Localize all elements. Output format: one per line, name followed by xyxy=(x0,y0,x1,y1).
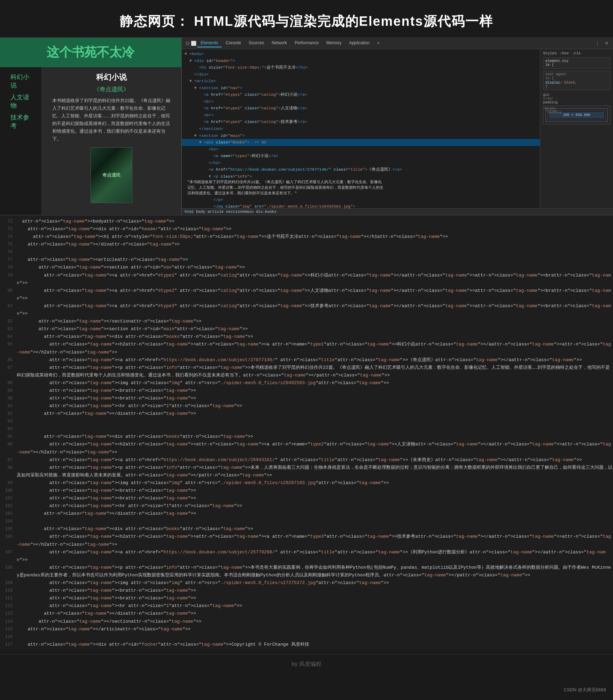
line-number: 102 xyxy=(0,502,17,510)
line-number: 87 xyxy=(0,364,17,371)
line-number: 78 xyxy=(0,264,17,271)
line-number: 84 xyxy=(0,333,17,340)
code-line: 95 attr-n">class="tag-name"><div attr-n"… xyxy=(0,433,613,441)
code-content: attr-n">class="tag-name"><div attr-n">id… xyxy=(17,225,613,233)
line-number: 99 xyxy=(0,479,17,487)
website-header: 这个书苑不太冷 xyxy=(0,38,181,67)
code-content: attr-n">class="tag-name"><h1 attr-n">sty… xyxy=(17,233,613,241)
code-content: attr-n">class="tag-name"><h2attr-n">clas… xyxy=(17,533,613,548)
devtools-breadcrumb: html body article section#main div.books xyxy=(182,208,613,215)
code-content: attr-n">class="tag-name"><div attr-n">cl… xyxy=(17,333,613,341)
code-line: 77 attr-n">class="tag-name"><articleattr… xyxy=(0,256,613,264)
line-number: 93 xyxy=(0,418,17,425)
code-line: 115 attr-n">class="tag-name"></articleat… xyxy=(0,625,613,633)
tree-nav-link3: <a href="#type3" class="catlog">技术参考</a> xyxy=(182,118,540,125)
devtools-cursor-icon[interactable]: ⊡ xyxy=(185,40,190,46)
code-line: 117 attr-n">class="tag-name"><div attr-n… xyxy=(0,641,613,648)
tree-title-link: <a href="https://book.douban.com/subject… xyxy=(182,166,540,173)
box-model-area: ginorder -padding margin border padding … xyxy=(543,93,610,124)
element-style-block: element.style { xyxy=(543,57,610,69)
tab-application[interactable]: Application xyxy=(346,39,373,47)
hov-button[interactable]: :hov xyxy=(560,51,569,55)
website-content: 科幻小说 《奇点遗民》 本书精选收录了刘宇昆的科幻佳作共22篇。《奇点遗民》融入… xyxy=(42,67,181,215)
styles-tab[interactable]: Styles xyxy=(543,51,557,55)
devtools-mobile-icon[interactable]: ⬜ xyxy=(191,40,196,46)
code-content: attr-n">class="tag-name"><brattr-n">clas… xyxy=(17,387,613,395)
code-line: 116 xyxy=(0,633,613,641)
code-line: 72 attr-n">class="tag-name"><bodyattr-n"… xyxy=(0,218,613,225)
code-line: 98 attr-n">class="tag-name"><p attr-n">c… xyxy=(0,464,613,479)
code-content: attr-n">class="tag-name"><img attr-n">cl… xyxy=(17,379,613,387)
code-content: attr-n">class="tag-name"><hr attr-n">siz… xyxy=(17,402,613,410)
tree-p-info-text: "本书精选收录了刘宇昆的科幻佳作共22篇。《奇点遗民》融入了科幻艺术吸引人的几大… xyxy=(182,180,384,196)
website-header-title: 这个书苑不太冷 xyxy=(10,44,171,61)
devtools-elements-panel[interactable]: ▼ <body> ▼ <div id="header"> <h1 style="… xyxy=(182,49,540,208)
tree-h2-close: </h2> xyxy=(182,160,540,166)
tree-section-main: ▼ <section id="main"> xyxy=(182,132,540,139)
code-content: attr-n">class="tag-name"><a attr-n">href… xyxy=(17,549,613,564)
tree-h1: <h1 style="font-size:50px;">这个书苑不太冷</h1> xyxy=(182,64,540,71)
cls-button[interactable]: .cls xyxy=(572,51,581,55)
code-line: 76 xyxy=(0,248,613,256)
line-number: 101 xyxy=(0,495,17,502)
tree-article: ▼ <article> xyxy=(182,78,540,85)
code-content: attr-n">class="tag-name"><articleattr-n"… xyxy=(17,256,613,264)
line-number: 77 xyxy=(0,256,17,263)
code-line: 92 attr-n">class="tag-name"></divattr-n"… xyxy=(0,410,613,418)
tab-memory[interactable]: Memory xyxy=(323,39,345,47)
code-content: attr-n">class="tag-name"><section attr-n… xyxy=(17,325,613,333)
tree-img: <img class="img" src="./spider-men5.0_fi… xyxy=(182,203,540,208)
line-number: 103 xyxy=(0,510,17,517)
code-line: 107 attr-n">class="tag-name"><a attr-n">… xyxy=(0,549,613,564)
line-number: 94 xyxy=(0,425,17,433)
tab-console[interactable]: Console xyxy=(222,39,245,47)
book-link[interactable]: 《奇点遗民》 xyxy=(52,85,171,93)
line-number: 92 xyxy=(0,410,17,417)
tab-more[interactable]: » xyxy=(374,39,383,47)
code-line: 82 attr-n">class="tag-name"></sectionatt… xyxy=(0,318,613,325)
code-content: attr-n">class="tag-name"><a attr-n">href… xyxy=(17,356,613,364)
line-number: 115 xyxy=(0,625,17,633)
top-section: 这个书苑不太冷 科幻小说 人文读物 技术参考 科幻小说 《奇点遗民》 本书精选收… xyxy=(0,37,613,215)
book-cover-image xyxy=(91,147,132,203)
code-content: attr-n">class="tag-name"><p attr-n">clas… xyxy=(17,564,613,579)
nav-item-scifi[interactable]: 科幻小说 xyxy=(10,73,31,90)
code-content: attr-n">class="tag-name"><p attr-n">clas… xyxy=(17,364,613,379)
code-line: 105 attr-n">class="tag-name"><div attr-n… xyxy=(0,525,613,533)
devtools-settings-icon[interactable]: ⋮ xyxy=(593,40,601,47)
code-content: attr-n">class="tag-name"><brattr-n">clas… xyxy=(17,487,613,495)
line-number: 112 xyxy=(0,602,17,609)
nav-item-tech[interactable]: 技术参考 xyxy=(10,113,31,130)
tab-elements[interactable]: Elements xyxy=(197,39,222,47)
code-content: attr-n">class="tag-name"></divattr-n">cl… xyxy=(17,610,613,617)
line-number: 97 xyxy=(0,456,17,464)
code-line: 106 attr-n">class="tag-name"><h2attr-n">… xyxy=(0,533,613,548)
code-line: 88 attr-n">class="tag-name"><img attr-n"… xyxy=(0,379,613,387)
code-line: 114 attr-n">class="tag-name"></sectionat… xyxy=(0,618,613,625)
tree-h2-a: <a name="type1">科幻小说</a> xyxy=(182,153,540,160)
main-title-area: 静态网页： HTML源代码与渲染完成的Elements源代码一样 xyxy=(0,0,613,37)
line-number: 74 xyxy=(0,233,17,240)
code-content: attr-n">class="tag-name"><a attr-n">href… xyxy=(17,456,613,464)
tree-body: ▼ <body> xyxy=(182,50,540,57)
code-line: 89 attr-n">class="tag-name"><brattr-n">c… xyxy=(0,387,613,395)
line-number: 82 xyxy=(0,318,17,325)
nav-item-humanity[interactable]: 人文读物 xyxy=(10,93,31,110)
code-content: attr-n">class="tag-name"><a attr-n">href… xyxy=(17,302,613,318)
csdn-badge: CSDN @大师兄6668 xyxy=(564,687,606,693)
tree-nav-link1: <a href="#type1" class="catlog">科幻小说</a> xyxy=(182,91,540,98)
tab-network[interactable]: Network xyxy=(268,39,290,47)
devtools-body: ▼ <body> ▼ <div id="header"> <h1 style="… xyxy=(182,49,613,208)
code-line: 100 attr-n">class="tag-name"><brattr-n">… xyxy=(0,487,613,495)
tab-sources[interactable]: Sources xyxy=(245,39,267,47)
website-nav: 科幻小说 人文读物 技术参考 xyxy=(0,67,42,215)
code-line: 73 attr-n">class="tag-name"><div attr-n"… xyxy=(0,225,613,233)
code-line: 97 attr-n">class="tag-name"><a attr-n">h… xyxy=(0,456,613,464)
devtools-close-icon[interactable]: ✕ xyxy=(603,40,610,47)
code-content: attr-n">class="tag-name"><a attr-n">href… xyxy=(17,287,613,302)
tree-div-books-selected[interactable]: ▼ <div class="books"> == $0 xyxy=(182,139,540,146)
tab-performance[interactable]: Performance xyxy=(291,39,322,47)
line-number: 96 xyxy=(0,441,17,448)
code-line: 108 attr-n">class="tag-name"><p attr-n">… xyxy=(0,564,613,579)
code-content: attr-n">class="tag-name"><brattr-n">clas… xyxy=(17,495,613,502)
